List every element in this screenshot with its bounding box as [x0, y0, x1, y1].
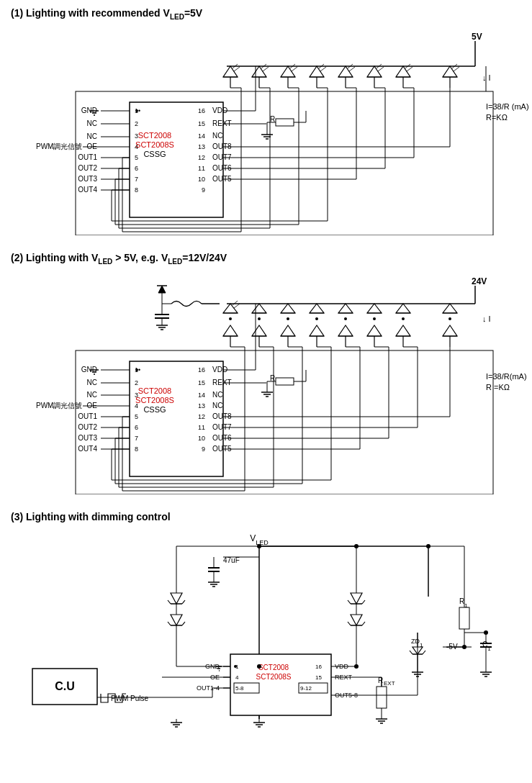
current-arrow: ↓ I [482, 73, 491, 82]
pwm-pulse-label: PWM Pulse [111, 694, 149, 702]
svg-line-249 [348, 600, 351, 604]
pnum14: 14 [198, 132, 205, 140]
s2-pnum8: 8 [135, 445, 138, 453]
voltage-5v: 5V [472, 32, 482, 42]
svg-marker-163 [158, 286, 166, 293]
svg-rect-61 [276, 119, 294, 126]
s2-pnum2: 2 [135, 379, 138, 386]
svg-line-286 [423, 651, 425, 654]
s2-pin-out2: OUT2 [78, 423, 97, 431]
voltage-24v: 24V [472, 276, 487, 286]
ic-name1: SCT2008 [138, 131, 171, 140]
svg-marker-18 [310, 66, 324, 77]
page: (1) Lighting with recommended VLED=5V 5V… [0, 0, 532, 775]
svg-marker-119 [443, 304, 457, 313]
s3-ic-name1: SCT2008 [258, 664, 289, 671]
s2-pin-nc2: NC [87, 391, 97, 399]
s3-out58-label: 9-12 [300, 685, 312, 692]
pin-out1: OUT1 [78, 153, 97, 161]
s2-pnum16: 16 [198, 366, 205, 374]
svg-rect-165 [130, 361, 223, 476]
pin-nc3: NC [212, 132, 222, 140]
svg-line-285 [410, 651, 412, 654]
svg-line-12 [263, 67, 269, 71]
svg-line-42 [454, 67, 459, 71]
svg-line-22 [320, 67, 326, 71]
s2-pnum1: 1• [135, 366, 140, 374]
svg-line-239 [182, 600, 185, 604]
s2-pnum6: 6 [135, 424, 138, 431]
pin-out4: OUT4 [78, 186, 97, 194]
svg-marker-28 [367, 66, 382, 77]
svg-point-128 [448, 317, 451, 320]
svg-marker-147 [396, 325, 410, 336]
s2-pnum11: 11 [198, 424, 205, 431]
svg-line-32 [378, 67, 384, 71]
svg-marker-241 [171, 615, 182, 625]
ic-name2: SCT2008S [135, 140, 174, 149]
ic-cssg: CSSG [143, 150, 166, 158]
s2-ic-name2: SCT2008S [135, 396, 174, 404]
s2-pin-out1: OUT1 [78, 412, 97, 420]
pnum1: 1• [135, 107, 140, 114]
s3-out14-label: 5-8 [235, 685, 244, 692]
current-arrow2: ↓ I [482, 314, 491, 323]
svg-marker-132 [252, 325, 266, 336]
svg-marker-38 [443, 66, 457, 77]
pnum16: 16 [198, 107, 205, 114]
s2-formula2: R =KΩ [486, 383, 510, 392]
pin-out2: OUT2 [78, 164, 97, 172]
pnum8: 8 [135, 186, 138, 194]
section1-circuit: 5V ↓ I [11, 27, 521, 237]
s3-rext-sub: EXT [384, 680, 395, 687]
svg-line-243 [168, 622, 171, 625]
pnum2: 2 [135, 120, 138, 127]
svg-marker-3 [223, 66, 238, 77]
svg-marker-8 [252, 66, 266, 77]
s2-pin-out3: OUT3 [78, 434, 97, 442]
circuit1-svg: 5V ↓ I [11, 27, 529, 235]
svg-point-326 [462, 645, 466, 649]
r-label: R [270, 115, 275, 123]
svg-marker-247 [351, 593, 362, 604]
s2-pnum10: 10 [198, 435, 205, 442]
svg-rect-277 [377, 687, 387, 708]
svg-marker-33 [396, 66, 410, 77]
s2-pin-out4: OUT4 [78, 445, 97, 453]
svg-line-27 [349, 67, 355, 71]
pin-nc2: NC [87, 132, 97, 140]
s2-ic-cssg: CSSG [143, 405, 166, 414]
svg-rect-293 [459, 607, 469, 629]
s3-ic-name2: SCT2008S [256, 673, 292, 681]
pin-nc1: NC [87, 119, 97, 127]
svg-rect-182 [276, 378, 294, 385]
svg-line-106 [234, 304, 240, 308]
s2-r-label: R [270, 374, 275, 382]
svg-marker-150 [443, 325, 457, 336]
svg-line-37 [407, 67, 412, 71]
pin-out3: OUT3 [78, 175, 97, 183]
svg-marker-23 [338, 66, 353, 77]
svg-marker-107 [252, 304, 266, 313]
cap-47uf: 47uF [223, 556, 240, 564]
svg-line-254 [348, 622, 351, 625]
pnum10: 10 [198, 176, 205, 183]
svg-point-325 [257, 664, 261, 669]
svg-line-250 [362, 600, 365, 604]
pnum5: 5 [135, 154, 138, 161]
svg-marker-13 [281, 66, 295, 77]
svg-line-105 [233, 301, 238, 305]
section2-circuit: 24V ↓ I [11, 271, 521, 497]
s2-pnum12: 12 [198, 413, 205, 420]
pnum12: 12 [198, 154, 205, 161]
svg-marker-144 [367, 325, 382, 336]
pnum11: 11 [198, 165, 205, 172]
s2-pin-nc4: NC [212, 402, 222, 409]
svg-marker-111 [310, 304, 324, 313]
s2-pnum9: 9 [202, 445, 205, 453]
formula1: I=38/R (mA) [486, 102, 529, 111]
section2-title: (2) Lighting with VLED > 5V, e.g. VLED=1… [11, 252, 521, 266]
pnum9: 9 [202, 186, 205, 194]
s2-formula1: I=38/R(mA) [486, 372, 527, 381]
svg-marker-113 [338, 304, 353, 313]
